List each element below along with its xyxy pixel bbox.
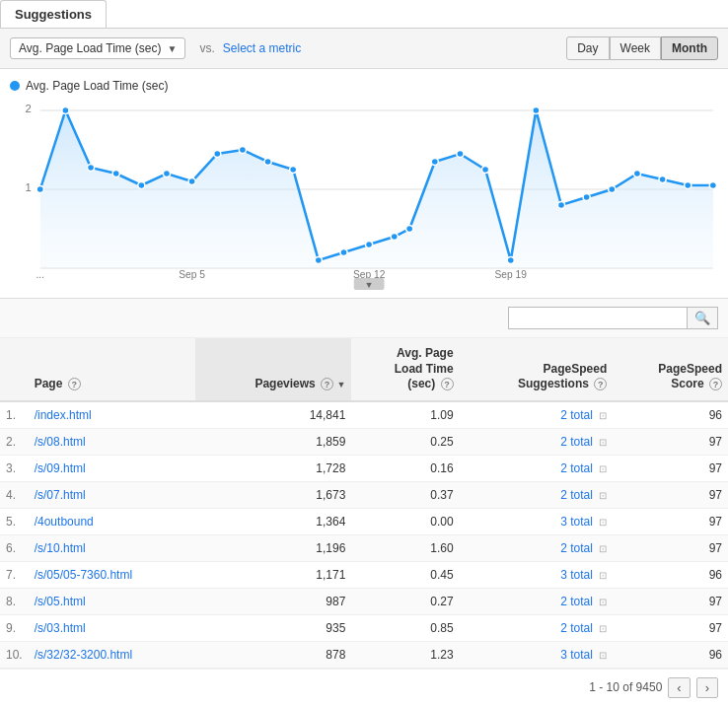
page-link[interactable]: /s/08.html [35,435,86,449]
svg-text:1: 1 [25,181,31,193]
page-link[interactable]: /s/03.html [35,621,86,635]
ext-icon: ⊡ [599,597,607,607]
col-score-header: PageSpeedScore ? [613,338,728,401]
pagination: 1 - 10 of 9450 ‹ › [0,669,728,706]
table-row: 1. /index.html 14,841 1.09 2 total ⊡ 96 [0,401,728,429]
metric-label: Avg. Page Load Time (sec) [19,41,162,55]
row-pageviews: 1,859 [195,428,351,455]
row-avgload: 0.16 [351,455,459,481]
avgload-help-icon[interactable]: ? [441,378,454,390]
row-suggestions: 2 total ⊡ [460,455,614,481]
suggestions-link[interactable]: 2 total [560,595,593,608]
suggestions-link[interactable]: 2 total [560,541,593,555]
svg-point-25 [507,257,514,264]
svg-point-10 [138,182,145,189]
suggestions-help-icon[interactable]: ? [594,378,607,390]
page-link[interactable]: /s/05.html [35,595,86,608]
row-page: /4outbound [29,508,195,534]
data-table: Page ? Pageviews ? ▼ Avg. PageLoad Time(… [0,338,728,669]
row-suggestions: 2 total ⊡ [460,481,614,508]
col-avgload-header: Avg. PageLoad Time(sec) ? [351,338,459,401]
chart-wrapper: 2 1 [10,101,718,298]
page-link[interactable]: /index.html [35,408,92,422]
score-help-icon[interactable]: ? [709,378,722,390]
time-controls: Day Week Month [566,36,718,60]
row-suggestions: 3 total ⊡ [460,561,614,588]
page-help-icon[interactable]: ? [68,378,81,390]
row-avgload: 0.27 [351,588,459,614]
select-metric-link[interactable]: Select a metric [223,41,301,55]
table-header-row: Page ? Pageviews ? ▼ Avg. PageLoad Time(… [0,338,728,401]
page-link[interactable]: /4outbound [35,515,94,529]
svg-text:Sep 5: Sep 5 [179,269,205,280]
row-pageviews: 1,728 [195,455,351,481]
ext-icon: ⊡ [599,570,607,581]
row-page: /s/05.html [29,588,195,614]
page-link[interactable]: /s/32/32-3200.html [35,648,132,662]
day-button[interactable]: Day [566,36,609,60]
suggestions-link[interactable]: 2 total [560,488,593,502]
row-pageviews: 1,196 [195,534,351,561]
suggestions-link[interactable]: 2 total [560,621,593,635]
row-page: /s/07.html [29,481,195,508]
row-num: 3. [0,455,29,481]
legend-label: Avg. Page Load Time (sec) [26,79,169,93]
month-button[interactable]: Month [661,36,718,60]
row-score: 97 [613,534,728,561]
svg-point-24 [481,167,488,174]
table-row: 8. /s/05.html 987 0.27 2 total ⊡ 97 [0,588,728,614]
row-pageviews: 14,841 [195,401,351,429]
row-suggestions: 3 total ⊡ [460,508,614,534]
prev-page-button[interactable]: ‹ [668,677,690,698]
page-link[interactable]: /s/10.html [35,541,86,555]
svg-point-21 [406,226,413,233]
suggestions-link[interactable]: 2 total [560,435,593,449]
search-button[interactable]: 🔍 [687,308,717,328]
row-avgload: 0.37 [351,481,459,508]
row-page: /s/09.html [29,455,195,481]
svg-point-15 [264,159,271,166]
suggestions-link[interactable]: 2 total [560,408,593,422]
search-input[interactable] [509,308,687,328]
pageviews-help-icon[interactable]: ? [321,378,333,390]
svg-point-18 [340,249,347,256]
vs-label: vs. [199,41,214,55]
svg-point-11 [163,171,170,177]
svg-point-13 [214,151,221,158]
row-pageviews: 987 [195,588,351,614]
dropdown-arrow-icon: ▼ [168,43,178,54]
col-pageviews-header[interactable]: Pageviews ? ▼ [195,338,351,401]
page-link[interactable]: /s/05/05-7360.html [35,568,132,582]
row-page: /index.html [29,401,195,429]
table-row: 9. /s/03.html 935 0.85 2 total ⊡ 97 [0,614,728,641]
suggestions-link[interactable]: 3 total [560,515,593,529]
metric-dropdown[interactable]: Avg. Page Load Time (sec) ▼ [10,37,185,59]
page-link[interactable]: /s/07.html [35,488,86,502]
col-suggestions-header: PageSpeedSuggestions ? [460,338,614,401]
svg-point-27 [557,202,564,209]
week-button[interactable]: Week [610,36,661,60]
line-chart: 2 1 [10,101,718,278]
page-link[interactable]: /s/09.html [35,461,86,475]
ext-icon: ⊡ [599,490,607,501]
top-controls: Avg. Page Load Time (sec) ▼ vs. Select a… [0,29,728,69]
suggestions-link[interactable]: 3 total [560,648,593,662]
row-suggestions: 3 total ⊡ [460,641,614,668]
suggestions-link[interactable]: 3 total [560,568,593,582]
ext-icon: ⊡ [599,623,607,634]
svg-text:2: 2 [25,103,31,114]
row-suggestions: 2 total ⊡ [460,401,614,429]
row-avgload: 0.25 [351,428,459,455]
table-row: 6. /s/10.html 1,196 1.60 2 total ⊡ 97 [0,534,728,561]
row-score: 97 [613,588,728,614]
row-pageviews: 878 [195,641,351,668]
row-suggestions: 2 total ⊡ [460,614,614,641]
suggestions-tab[interactable]: Suggestions [0,0,107,28]
chart-area: Avg. Page Load Time (sec) 2 1 [0,69,728,299]
col-num-header [0,338,29,401]
row-num: 9. [0,614,29,641]
suggestions-link[interactable]: 2 total [560,461,593,475]
next-page-button[interactable]: › [696,677,718,698]
ext-icon: ⊡ [599,410,607,421]
row-score: 97 [613,508,728,534]
